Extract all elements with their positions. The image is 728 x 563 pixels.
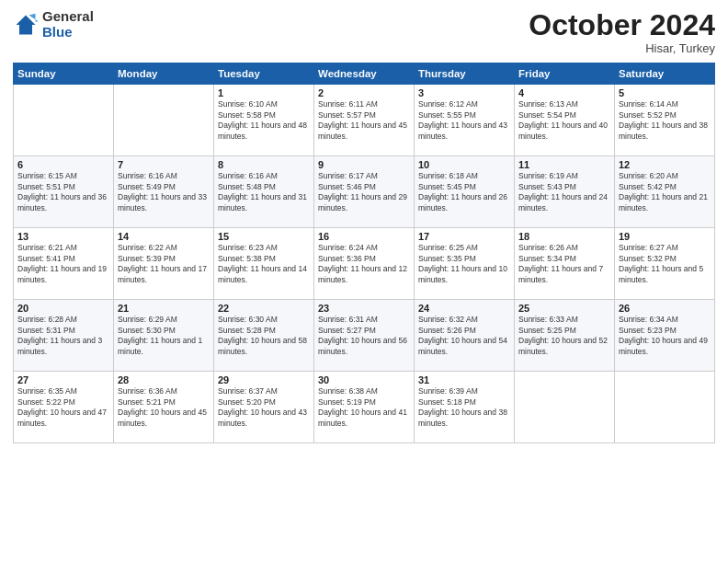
day-number: 20 — [17, 303, 109, 314]
day-header-wednesday: Wednesday — [314, 63, 415, 85]
day-header-saturday: Saturday — [615, 63, 715, 85]
calendar-cell: 3Sunrise: 6:12 AMSunset: 5:55 PMDaylight… — [415, 85, 515, 156]
cell-info: Sunrise: 6:38 AMSunset: 5:19 PMDaylight:… — [318, 386, 410, 429]
cell-info: Sunrise: 6:15 AMSunset: 5:51 PMDaylight:… — [17, 171, 109, 213]
calendar-cell: 9Sunrise: 6:17 AMSunset: 5:46 PMDaylight… — [314, 156, 415, 228]
day-number: 2 — [318, 87, 410, 98]
cell-info: Sunrise: 6:21 AMSunset: 5:41 PMDaylight:… — [17, 243, 109, 285]
cell-info: Sunrise: 6:24 AMSunset: 5:36 PMDaylight:… — [318, 243, 410, 285]
cell-info: Sunrise: 6:33 AMSunset: 5:25 PMDaylight:… — [518, 315, 610, 357]
calendar-cell: 20Sunrise: 6:28 AMSunset: 5:31 PMDayligh… — [14, 300, 114, 372]
calendar-cell: 8Sunrise: 6:16 AMSunset: 5:48 PMDaylight… — [214, 156, 314, 228]
day-number: 30 — [318, 374, 410, 385]
calendar-cell — [515, 372, 615, 443]
week-row-5: 27Sunrise: 6:35 AMSunset: 5:22 PMDayligh… — [14, 372, 715, 443]
day-number: 7 — [118, 159, 210, 170]
cell-info: Sunrise: 6:32 AMSunset: 5:26 PMDaylight:… — [418, 315, 510, 357]
calendar-page: General Blue October 2024 Hisar, Turkey … — [0, 0, 728, 563]
day-number: 28 — [118, 374, 210, 385]
calendar-table: SundayMondayTuesdayWednesdayThursdayFrid… — [13, 63, 715, 443]
cell-info: Sunrise: 6:27 AMSunset: 5:32 PMDaylight:… — [619, 243, 711, 285]
cell-info: Sunrise: 6:29 AMSunset: 5:30 PMDaylight:… — [118, 315, 210, 357]
calendar-cell: 4Sunrise: 6:13 AMSunset: 5:54 PMDaylight… — [515, 85, 615, 156]
location-subtitle: Hisar, Turkey — [529, 41, 715, 55]
calendar-cell: 1Sunrise: 6:10 AMSunset: 5:58 PMDaylight… — [214, 85, 314, 156]
day-number: 26 — [619, 303, 711, 314]
calendar-cell: 21Sunrise: 6:29 AMSunset: 5:30 PMDayligh… — [114, 300, 214, 372]
logo-general: General — [42, 9, 94, 25]
calendar-cell: 2Sunrise: 6:11 AMSunset: 5:57 PMDaylight… — [314, 85, 415, 156]
day-number: 9 — [318, 159, 410, 170]
calendar-cell: 12Sunrise: 6:20 AMSunset: 5:42 PMDayligh… — [615, 156, 715, 228]
day-number: 11 — [518, 159, 610, 170]
week-row-4: 20Sunrise: 6:28 AMSunset: 5:31 PMDayligh… — [14, 300, 715, 372]
day-number: 15 — [218, 231, 310, 242]
calendar-cell: 15Sunrise: 6:23 AMSunset: 5:38 PMDayligh… — [214, 228, 314, 300]
cell-info: Sunrise: 6:13 AMSunset: 5:54 PMDaylight:… — [518, 99, 610, 142]
svg-marker-0 — [17, 15, 36, 34]
calendar-cell: 17Sunrise: 6:25 AMSunset: 5:35 PMDayligh… — [415, 228, 515, 300]
day-number: 31 — [418, 374, 510, 385]
calendar-cell: 26Sunrise: 6:34 AMSunset: 5:23 PMDayligh… — [615, 300, 715, 372]
calendar-cell — [14, 85, 114, 156]
calendar-cell: 24Sunrise: 6:32 AMSunset: 5:26 PMDayligh… — [415, 300, 515, 372]
day-number: 23 — [318, 303, 410, 314]
day-header-friday: Friday — [515, 63, 615, 85]
calendar-cell: 6Sunrise: 6:15 AMSunset: 5:51 PMDaylight… — [14, 156, 114, 228]
cell-info: Sunrise: 6:10 AMSunset: 5:58 PMDaylight:… — [218, 99, 310, 142]
calendar-cell: 5Sunrise: 6:14 AMSunset: 5:52 PMDaylight… — [615, 85, 715, 156]
day-number: 24 — [418, 303, 510, 314]
cell-info: Sunrise: 6:16 AMSunset: 5:49 PMDaylight:… — [118, 171, 210, 213]
week-row-3: 13Sunrise: 6:21 AMSunset: 5:41 PMDayligh… — [14, 228, 715, 300]
day-number: 16 — [318, 231, 410, 242]
day-number: 12 — [619, 159, 711, 170]
day-number: 8 — [218, 159, 310, 170]
cell-info: Sunrise: 6:35 AMSunset: 5:22 PMDaylight:… — [17, 386, 109, 429]
day-number: 10 — [418, 159, 510, 170]
cell-info: Sunrise: 6:20 AMSunset: 5:42 PMDaylight:… — [619, 171, 711, 213]
day-number: 18 — [518, 231, 610, 242]
cell-info: Sunrise: 6:36 AMSunset: 5:21 PMDaylight:… — [118, 386, 210, 429]
day-number: 22 — [218, 303, 310, 314]
logo-text: General Blue — [42, 9, 94, 40]
header: General Blue October 2024 Hisar, Turkey — [13, 9, 715, 55]
week-row-1: 1Sunrise: 6:10 AMSunset: 5:58 PMDaylight… — [14, 85, 715, 156]
day-number: 27 — [17, 374, 109, 385]
day-header-tuesday: Tuesday — [214, 63, 314, 85]
calendar-cell — [114, 85, 214, 156]
day-header-thursday: Thursday — [415, 63, 515, 85]
calendar-cell: 13Sunrise: 6:21 AMSunset: 5:41 PMDayligh… — [14, 228, 114, 300]
cell-info: Sunrise: 6:19 AMSunset: 5:43 PMDaylight:… — [518, 171, 610, 213]
month-title: October 2024 — [529, 9, 715, 41]
day-number: 5 — [619, 87, 711, 98]
day-number: 17 — [418, 231, 510, 242]
cell-info: Sunrise: 6:12 AMSunset: 5:55 PMDaylight:… — [418, 99, 510, 142]
day-header-sunday: Sunday — [14, 63, 114, 85]
calendar-cell: 7Sunrise: 6:16 AMSunset: 5:49 PMDaylight… — [114, 156, 214, 228]
day-number: 1 — [218, 87, 310, 98]
calendar-cell: 22Sunrise: 6:30 AMSunset: 5:28 PMDayligh… — [214, 300, 314, 372]
cell-info: Sunrise: 6:11 AMSunset: 5:57 PMDaylight:… — [318, 99, 410, 142]
calendar-cell: 29Sunrise: 6:37 AMSunset: 5:20 PMDayligh… — [214, 372, 314, 443]
calendar-cell: 28Sunrise: 6:36 AMSunset: 5:21 PMDayligh… — [114, 372, 214, 443]
cell-info: Sunrise: 6:23 AMSunset: 5:38 PMDaylight:… — [218, 243, 310, 285]
day-number: 14 — [118, 231, 210, 242]
title-block: October 2024 Hisar, Turkey — [529, 9, 715, 55]
cell-info: Sunrise: 6:39 AMSunset: 5:18 PMDaylight:… — [418, 386, 510, 429]
calendar-cell: 16Sunrise: 6:24 AMSunset: 5:36 PMDayligh… — [314, 228, 415, 300]
calendar-cell: 19Sunrise: 6:27 AMSunset: 5:32 PMDayligh… — [615, 228, 715, 300]
cell-info: Sunrise: 6:16 AMSunset: 5:48 PMDaylight:… — [218, 171, 310, 213]
calendar-cell: 31Sunrise: 6:39 AMSunset: 5:18 PMDayligh… — [415, 372, 515, 443]
week-row-2: 6Sunrise: 6:15 AMSunset: 5:51 PMDaylight… — [14, 156, 715, 228]
calendar-cell: 27Sunrise: 6:35 AMSunset: 5:22 PMDayligh… — [14, 372, 114, 443]
logo-blue: Blue — [42, 25, 94, 40]
cell-info: Sunrise: 6:28 AMSunset: 5:31 PMDaylight:… — [17, 315, 109, 357]
cell-info: Sunrise: 6:34 AMSunset: 5:23 PMDaylight:… — [619, 315, 711, 357]
logo: General Blue — [13, 9, 94, 40]
calendar-cell: 25Sunrise: 6:33 AMSunset: 5:25 PMDayligh… — [515, 300, 615, 372]
calendar-cell: 23Sunrise: 6:31 AMSunset: 5:27 PMDayligh… — [314, 300, 415, 372]
calendar-cell: 14Sunrise: 6:22 AMSunset: 5:39 PMDayligh… — [114, 228, 214, 300]
calendar-cell: 18Sunrise: 6:26 AMSunset: 5:34 PMDayligh… — [515, 228, 615, 300]
header-row: SundayMondayTuesdayWednesdayThursdayFrid… — [14, 63, 715, 85]
cell-info: Sunrise: 6:22 AMSunset: 5:39 PMDaylight:… — [118, 243, 210, 285]
